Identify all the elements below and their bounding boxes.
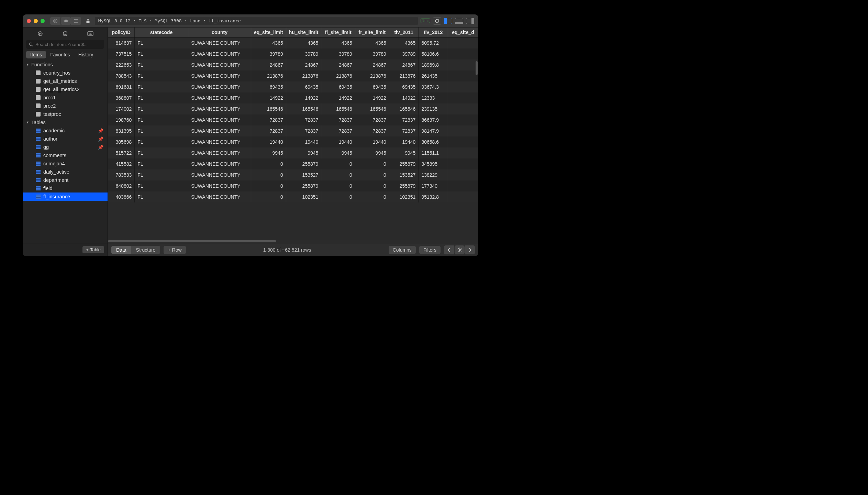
cell[interactable]: 19440 bbox=[389, 136, 419, 147]
column-header[interactable]: fl_site_limit bbox=[321, 28, 355, 37]
cell[interactable]: 0 bbox=[321, 158, 355, 169]
layout-bottom-panel-toggle[interactable] bbox=[455, 18, 463, 24]
cell[interactable]: 39789 bbox=[389, 48, 419, 59]
sidebar-item-table[interactable]: author📌 bbox=[23, 135, 108, 143]
add-row-button[interactable]: + Row bbox=[164, 246, 186, 254]
cell[interactable]: 691681 bbox=[108, 81, 135, 92]
cell[interactable]: SUWANNEE COUNTY bbox=[188, 92, 251, 103]
table-row[interactable]: 403866FLSUWANNEE COUNTY01023510010235195… bbox=[108, 191, 478, 202]
cell[interactable]: FL bbox=[135, 191, 188, 202]
cell[interactable]: 239135 bbox=[419, 103, 448, 114]
column-header[interactable]: eq_site_d bbox=[448, 28, 478, 37]
cell[interactable]: 213876 bbox=[321, 70, 355, 81]
cell[interactable] bbox=[448, 158, 478, 169]
connection-string[interactable]: MySQL 8.0.12 : TLS : MySQL 3308 : tono :… bbox=[95, 17, 418, 25]
cell[interactable]: 165546 bbox=[251, 103, 286, 114]
sidebar-item-function[interactable]: get_all_metrics bbox=[23, 77, 108, 85]
cancel-icon[interactable] bbox=[50, 17, 60, 25]
cell[interactable]: 165546 bbox=[355, 103, 389, 114]
table-row[interactable]: 691681FLSUWANNEE COUNTY69435694356943569… bbox=[108, 81, 478, 92]
table-row[interactable]: 222653FLSUWANNEE COUNTY24867248672486724… bbox=[108, 59, 478, 70]
cell[interactable]: 95132.8 bbox=[419, 191, 448, 202]
cell[interactable]: 4365 bbox=[286, 37, 321, 49]
cell[interactable]: 19440 bbox=[321, 136, 355, 147]
cell[interactable]: 72837 bbox=[389, 125, 419, 136]
view-data-button[interactable]: Data bbox=[111, 246, 131, 254]
cell[interactable]: 345895 bbox=[419, 158, 448, 169]
cell[interactable]: 39789 bbox=[286, 48, 321, 59]
cell[interactable]: 102351 bbox=[286, 191, 321, 202]
cell[interactable]: 24867 bbox=[321, 59, 355, 70]
cell[interactable]: SUWANNEE COUNTY bbox=[188, 125, 251, 136]
cell[interactable] bbox=[448, 92, 478, 103]
cell[interactable]: 213876 bbox=[389, 70, 419, 81]
cell[interactable]: 72837 bbox=[355, 114, 389, 125]
cell[interactable]: FL bbox=[135, 125, 188, 136]
cell[interactable]: 174002 bbox=[108, 103, 135, 114]
table-row[interactable]: 515722FLSUWANNEE COUNTY99459945994599459… bbox=[108, 147, 478, 158]
cell[interactable]: 11551.1 bbox=[419, 147, 448, 158]
column-header[interactable]: eq_site_limit bbox=[251, 28, 286, 37]
cell[interactable]: 4365 bbox=[355, 37, 389, 49]
tab-favorites[interactable]: Favorites bbox=[46, 51, 74, 58]
cell[interactable] bbox=[448, 147, 478, 158]
column-header[interactable]: statecode bbox=[135, 28, 188, 37]
layout-left-panel-toggle[interactable] bbox=[444, 18, 452, 24]
cell[interactable]: SUWANNEE COUNTY bbox=[188, 158, 251, 169]
cell[interactable]: 177340 bbox=[419, 180, 448, 191]
table-row[interactable]: 174002FLSUWANNEE COUNTY16554616554616554… bbox=[108, 103, 478, 114]
cell[interactable]: FL bbox=[135, 92, 188, 103]
cell[interactable]: 24867 bbox=[355, 59, 389, 70]
page-prev-button[interactable] bbox=[444, 245, 454, 254]
columns-button[interactable]: Columns bbox=[389, 246, 416, 254]
cell[interactable]: FL bbox=[135, 114, 188, 125]
cell[interactable]: 0 bbox=[321, 191, 355, 202]
cell[interactable]: SUWANNEE COUNTY bbox=[188, 136, 251, 147]
sidebar-item-function[interactable]: proc1 bbox=[23, 94, 108, 102]
cell[interactable]: 515722 bbox=[108, 147, 135, 158]
zoom-window-button[interactable] bbox=[41, 19, 45, 23]
lock-icon[interactable] bbox=[84, 17, 92, 25]
cell[interactable]: SUWANNEE COUNTY bbox=[188, 81, 251, 92]
view-structure-button[interactable]: Structure bbox=[131, 246, 160, 254]
cell[interactable]: 0 bbox=[355, 180, 389, 191]
cell[interactable]: 305698 bbox=[108, 136, 135, 147]
cell[interactable]: 213876 bbox=[251, 70, 286, 81]
cell[interactable] bbox=[448, 81, 478, 92]
cell[interactable]: 9945 bbox=[389, 147, 419, 158]
cell[interactable]: 69435 bbox=[321, 81, 355, 92]
cell[interactable]: 12333 bbox=[419, 92, 448, 103]
cell[interactable] bbox=[448, 37, 478, 49]
sidebar-item-function[interactable]: testproc bbox=[23, 110, 108, 118]
sidebar-item-function[interactable]: get_all_metrics2 bbox=[23, 85, 108, 94]
cell[interactable]: FL bbox=[135, 59, 188, 70]
cell[interactable]: 69435 bbox=[355, 81, 389, 92]
cell[interactable]: 403866 bbox=[108, 191, 135, 202]
cell[interactable]: 198760 bbox=[108, 114, 135, 125]
column-header[interactable]: hu_site_limit bbox=[286, 28, 321, 37]
lines-icon[interactable] bbox=[71, 17, 81, 25]
cell[interactable]: 86637.9 bbox=[419, 114, 448, 125]
cell[interactable]: 72837 bbox=[251, 125, 286, 136]
cell[interactable]: 368807 bbox=[108, 92, 135, 103]
data-grid-wrap[interactable]: policyIDstatecodecountyeq_site_limithu_s… bbox=[108, 28, 478, 240]
cell[interactable]: 98147.9 bbox=[419, 125, 448, 136]
cell[interactable]: 72837 bbox=[321, 125, 355, 136]
cell[interactable]: 0 bbox=[321, 180, 355, 191]
cell[interactable]: 72837 bbox=[321, 114, 355, 125]
cell[interactable]: 69435 bbox=[286, 81, 321, 92]
cell[interactable]: 165546 bbox=[286, 103, 321, 114]
table-row[interactable]: 783533FLSUWANNEE COUNTY01535270015352713… bbox=[108, 169, 478, 180]
cell[interactable]: 0 bbox=[321, 169, 355, 180]
table-row[interactable]: 368807FLSUWANNEE COUNTY14922149221492214… bbox=[108, 92, 478, 103]
column-header[interactable]: tiv_2011 bbox=[389, 28, 419, 37]
cell[interactable]: 39789 bbox=[355, 48, 389, 59]
cell[interactable]: SUWANNEE COUNTY bbox=[188, 70, 251, 81]
cell[interactable]: FL bbox=[135, 169, 188, 180]
cell[interactable]: SUWANNEE COUNTY bbox=[188, 114, 251, 125]
cell[interactable]: FL bbox=[135, 180, 188, 191]
table-row[interactable]: 305698FLSUWANNEE COUNTY19440194401944019… bbox=[108, 136, 478, 147]
cell[interactable] bbox=[448, 136, 478, 147]
cell[interactable]: 14922 bbox=[355, 92, 389, 103]
cell[interactable]: SUWANNEE COUNTY bbox=[188, 169, 251, 180]
